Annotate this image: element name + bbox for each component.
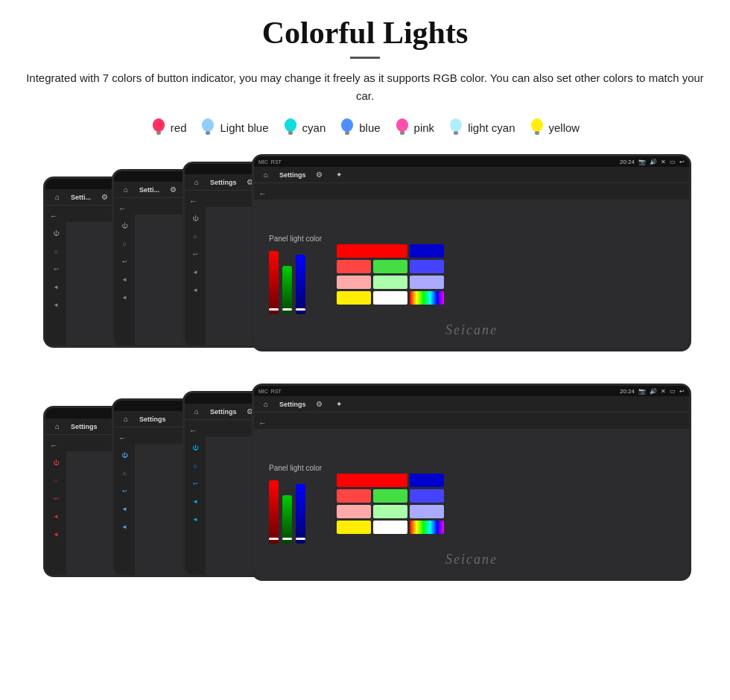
color-cell-blue2-b[interactable] [410, 489, 444, 503]
home-icon-b1: ⌂ [51, 421, 63, 433]
color-cell-red-wide[interactable] [337, 244, 407, 258]
color-cell-red-wide-b[interactable] [337, 474, 407, 487]
color-cell-lightblue2-b[interactable] [410, 505, 444, 518]
nav-title-1: Setti... [71, 194, 91, 201]
power-icon-b1: ⏻ [51, 457, 61, 468]
home-icon-main-top: ⌂ [260, 169, 272, 181]
vol-icon-1: ◄ [51, 281, 61, 292]
red-slider-bottom[interactable] [269, 480, 279, 544]
status-time-top: 20:24 [620, 159, 635, 165]
vol2-icon-3: ◄ [190, 284, 200, 295]
back-icon-1: ↩ [51, 264, 61, 274]
color-cell-rainbow1-b[interactable] [410, 521, 444, 534]
power-icon-b3: ⏻ [190, 442, 200, 453]
panel-section-bottom: Panel light color [269, 464, 322, 544]
color-cell-yellow1-b[interactable] [337, 521, 371, 534]
back-arrow-main-bottom[interactable]: ← [258, 419, 267, 427]
back-arrow-b2[interactable]: ← [118, 433, 127, 442]
color-cell-lightred-b[interactable] [337, 505, 371, 518]
back-arrow-b1[interactable]: ← [50, 441, 58, 450]
home-icon-1: ⌂ [51, 191, 63, 203]
nav-title-2: Setti... [139, 186, 159, 194]
side-icons-1: ⏻ ⌂ ↩ ◄ ◄ [45, 222, 66, 346]
vol-icon-b3: ◄ [190, 496, 200, 506]
navbar-main-bottom: ⌂ Settings ⚙ ✦ [254, 396, 689, 413]
color-cell-blue1-b[interactable] [410, 474, 444, 487]
nav-title-3: Settings [210, 179, 237, 186]
device-content-main-bottom: Panel light color [254, 429, 689, 579]
back-arrow-b3[interactable]: ← [189, 426, 197, 435]
statusbar-main-top: MIC RST 20:24 📷 🔊 ✕ ▭ ↩ [254, 156, 689, 167]
rect-icon-bottom: ▭ [670, 388, 676, 395]
nav-title-b3: Settings [210, 408, 237, 416]
home-icon-b3: ⌂ [191, 406, 203, 418]
vol2-icon-b2: ◄ [119, 521, 130, 532]
home-icon-3: ⌂ [191, 176, 203, 188]
x-icon-bottom: ✕ [661, 388, 666, 395]
blue-slider-top[interactable] [296, 255, 305, 314]
back-icon-b1: ↩ [51, 493, 61, 503]
home-icon-sm-b1: ⌂ [51, 475, 61, 486]
red-slider-top[interactable] [269, 251, 279, 314]
color-cell-white1[interactable] [373, 291, 407, 305]
side-icons-b2: ⏻ ⌂ ↩ ◄ ◄ [114, 444, 135, 575]
color-cell-lightblue2[interactable] [410, 276, 444, 289]
color-label-pink: pink [414, 121, 435, 134]
power-icon-2: ⏻ [119, 220, 130, 231]
home-icon-sm-b2: ⌂ [119, 468, 130, 478]
color-cell-red2-b[interactable] [337, 489, 371, 503]
back-arrow-1[interactable]: ← [50, 211, 58, 220]
color-item-yellow: yellow [529, 117, 580, 138]
color-cell-white1-b[interactable] [373, 521, 407, 534]
color-cell-blue2[interactable] [410, 260, 444, 273]
color-item-red: red [150, 117, 187, 138]
nav-title-main-top: Settings [279, 171, 306, 179]
color-item-lightcyan: light cyan [448, 117, 515, 138]
back-arrow-main-top[interactable]: ← [258, 189, 267, 198]
color-cell-green1-b[interactable] [373, 489, 407, 503]
red-bulb-icon [150, 117, 167, 138]
color-grid-top [337, 244, 444, 320]
description-text: Integrated with 7 colors of button indic… [22, 69, 708, 105]
color-item-lightblue: Light blue [200, 117, 268, 138]
blue-slider-bottom[interactable] [296, 484, 305, 544]
back-arrow-3[interactable]: ← [189, 197, 197, 206]
color-cell-lightred[interactable] [337, 276, 371, 289]
volume-icon-top: 🔊 [650, 159, 657, 165]
color-cell-yellow1[interactable] [337, 291, 371, 305]
color-cell-green1[interactable] [373, 260, 407, 273]
back-arrow-2[interactable]: ← [118, 204, 127, 213]
camera-icon-top: 📷 [638, 159, 646, 165]
color-label-cyan: cyan [302, 121, 326, 134]
svg-point-11 [341, 118, 353, 132]
green-slider-top[interactable] [282, 266, 292, 314]
side-icons-b3: ⏻ ⌂ ↩ ◄ ◄ [185, 436, 206, 575]
svg-point-5 [202, 118, 214, 132]
color-cell-lightgreen-b[interactable] [373, 505, 407, 518]
svg-point-8 [285, 118, 296, 132]
panel-label-bottom: Panel light color [269, 464, 322, 472]
green-slider-bottom[interactable] [282, 495, 292, 544]
color-label-lightblue: Light blue [220, 121, 268, 134]
color-cell-blue1[interactable] [410, 244, 444, 258]
rgb-sliders-bottom [269, 477, 305, 544]
vol-icon-3: ◄ [190, 267, 200, 277]
home-icon-2: ⌂ [120, 184, 132, 196]
page-wrapper: Colorful Lights Integrated with 7 colors… [0, 0, 730, 622]
color-label-red: red [171, 121, 187, 134]
lightblue-bulb-icon [200, 117, 216, 138]
color-cell-rainbow1[interactable] [410, 291, 444, 305]
svg-point-2 [153, 118, 165, 132]
nav-title-b1: Settings [71, 423, 98, 430]
vol2-icon-2: ◄ [119, 292, 130, 302]
vol-icon-b2: ◄ [119, 503, 130, 514]
vol2-icon-b3: ◄ [190, 514, 200, 524]
color-cell-red2[interactable] [337, 260, 371, 273]
color-cell-lightgreen[interactable] [373, 276, 407, 289]
color-label-blue: blue [359, 121, 380, 134]
rect-icon-top: ▭ [670, 159, 676, 165]
settings-icon-2: ⚙ [167, 184, 179, 196]
color-legend: red Light blue cyan [22, 117, 708, 138]
panel-label-top: Panel light color [269, 235, 322, 243]
vol-icon-b1: ◄ [51, 511, 61, 521]
